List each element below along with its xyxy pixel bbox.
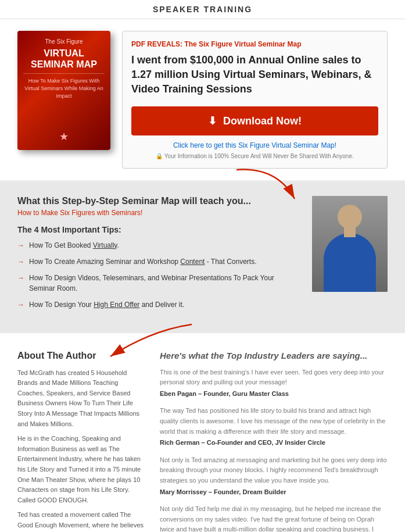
teaches-left: What this Step-by-Step Seminar Map will … xyxy=(17,196,300,316)
author-photo xyxy=(312,196,388,292)
tip-arrow-icon-1: → xyxy=(17,240,26,251)
tip-text-2: How To Create Amazing Seminar and Worksh… xyxy=(29,256,257,267)
tip-item-3: → How To Design Videos, Teleseminars, an… xyxy=(17,273,300,294)
click-here-link[interactable]: Click here to get this Six Figure Virtua… xyxy=(131,141,378,149)
book-sub-title: How To Make Six Figures With Virtual Sem… xyxy=(23,77,105,99)
author-left: About The Author Ted McGrath has created… xyxy=(17,351,145,532)
download-arrow-icon: ⬇ xyxy=(208,115,217,127)
security-text: 🔒 Your Information is 100% Secure And Wi… xyxy=(131,153,378,159)
tip-arrow-icon-4: → xyxy=(17,299,26,310)
tip-arrow-icon-3: → xyxy=(17,273,26,283)
author-para-1: Ted McGrath has created 5 Household Bran… xyxy=(17,368,145,430)
tip-item-1: → How To Get Booked Virtually. xyxy=(17,240,300,251)
tips-heading: The 4 Most Important Tips: xyxy=(17,225,300,234)
book-logo: ★ xyxy=(59,130,69,143)
author-para-3: Ted has created a movement called The Go… xyxy=(17,510,145,532)
testimonial-item-2: The way Ted has positioned his life stor… xyxy=(160,406,388,448)
tip-item-2: → How To Create Amazing Seminar and Work… xyxy=(17,256,300,267)
hero-headline: I went from $100,000 in Annual Online sa… xyxy=(131,53,378,97)
testimonial-text-3: Not only is Ted amazing at messaging and… xyxy=(160,455,388,486)
pdf-reveals: PDF REVEALS: The Six Figure Virtual Semi… xyxy=(131,40,378,48)
teaches-section: What this Step-by-Step Seminar Map will … xyxy=(0,181,405,333)
author-section: About The Author Ted McGrath has created… xyxy=(0,333,405,532)
download-btn-label: Download Now! xyxy=(223,115,302,127)
tip-text-4: How To Design Your High End Offer and De… xyxy=(29,299,184,310)
testimonial-item-4: Not only did Ted help me dial in my mess… xyxy=(160,504,388,532)
testimonial-item-1: This is one of the best training's I hav… xyxy=(160,367,388,399)
testimonials-right: Here's what the Top Industry Leaders are… xyxy=(160,351,388,532)
author-para-2: He is in the Coaching, Speaking and Info… xyxy=(17,434,145,505)
testimonial-author-1: Eben Pagan – Founder, Guru Master Class xyxy=(160,389,388,399)
hero-right-box: PDF REVEALS: The Six Figure Virtual Semi… xyxy=(122,31,388,169)
tip-text-1: How To Get Booked Virtually. xyxy=(29,240,119,251)
download-button[interactable]: ⬇ Download Now! xyxy=(131,106,378,135)
tip-text-3: How To Design Videos, Teleseminars, and … xyxy=(29,273,300,294)
tip-arrow-icon-2: → xyxy=(17,256,26,267)
hero-section: The Six Figure VIRTUAL SEMINAR MAP How T… xyxy=(0,19,405,181)
red-arrow-1 xyxy=(231,164,300,210)
book-pre-title: The Six Figure xyxy=(45,38,83,45)
tip-item-4: → How To Design Your High End Offer and … xyxy=(17,299,300,310)
testimonial-text-4: Not only did Ted help me dial in my mess… xyxy=(160,504,388,532)
logo: SPEAKER TRAINING xyxy=(153,5,252,14)
testimonial-author-2: Rich German – Co-Founder and CEO, JV Ins… xyxy=(160,438,388,448)
book-cover: The Six Figure VIRTUAL SEMINAR MAP How T… xyxy=(17,31,110,150)
red-arrow-2 xyxy=(105,319,198,365)
testimonial-text-2: The way Ted has positioned his life stor… xyxy=(160,406,388,437)
header: SPEAKER TRAINING xyxy=(0,0,405,19)
testimonial-author-3: Mary Morrissey – Founder, Dream Builder xyxy=(160,487,388,498)
testimonial-item-3: Not only is Ted amazing at messaging and… xyxy=(160,455,388,497)
testimonial-text-1: This is one of the best training's I hav… xyxy=(160,367,388,388)
book-main-title: VIRTUAL SEMINAR MAP xyxy=(23,48,105,70)
